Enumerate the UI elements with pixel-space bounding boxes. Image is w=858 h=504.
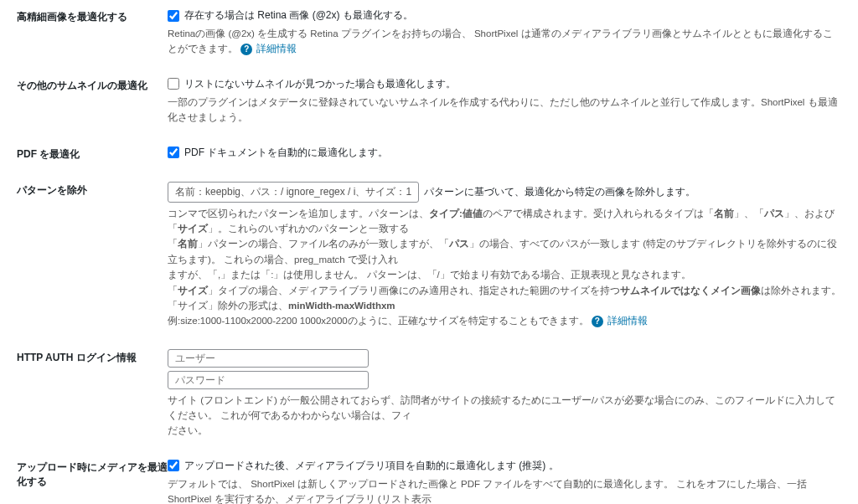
upload-opt-checkbox-wrap[interactable]: アップロードされた後、メディアライブラリ項目を自動的に最適化します (推奨) 。	[168, 459, 841, 473]
exclude-more-link[interactable]: 詳細情報	[607, 316, 648, 326]
pdf-label: PDF を最適化	[17, 146, 168, 162]
other-thumbs-checkbox-wrap[interactable]: リストにないサムネイルが見つかった場合も最適化します。	[168, 77, 841, 91]
retina-more-link[interactable]: 詳細情報	[256, 44, 297, 54]
upload-opt-checkbox[interactable]	[168, 460, 179, 471]
http-auth-label: HTTP AUTH ログイン情報	[17, 349, 168, 365]
pdf-checkbox-text: PDF ドキュメントを自動的に最適化します。	[184, 146, 388, 160]
upload-opt-desc: デフォルトでは、 ShortPixel は新しくアップロードされた画像と PDF…	[168, 479, 807, 504]
pdf-checkbox-wrap[interactable]: PDF ドキュメントを自動的に最適化します。	[168, 146, 841, 160]
other-thumbs-checkbox[interactable]	[168, 78, 179, 90]
upload-opt-label: アップロード時にメディアを最適化する	[17, 459, 168, 489]
info-icon: ?	[592, 316, 603, 327]
upload-opt-checkbox-text: アップロードされた後、メディアライブラリ項目を自動的に最適化します (推奨) 。	[184, 459, 559, 473]
exclude-inline-desc: パターンに基づいて、最適化から特定の画像を除外します。	[424, 185, 695, 199]
pdf-checkbox[interactable]	[168, 147, 179, 158]
retina-checkbox[interactable]	[168, 10, 179, 22]
retina-label: 高精細画像を最適化する	[17, 8, 168, 24]
retina-checkbox-wrap[interactable]: 存在する場合は Retina 画像 (@2x) も最適化する。	[168, 8, 841, 23]
http-auth-desc: サイト (フロントエンド) が一般公開されておらず、訪問者がサイトの接続するため…	[168, 395, 835, 420]
http-auth-user-input[interactable]	[168, 349, 369, 368]
other-thumbs-label: その他のサムネイルの最適化	[17, 77, 168, 93]
http-auth-pass-input[interactable]	[168, 371, 369, 389]
info-icon: ?	[240, 44, 252, 55]
other-thumbs-desc: 一部のプラグインはメタデータに登録されていないサムネイルを作成する代わりに、ただ…	[168, 95, 841, 126]
exclude-pattern-input[interactable]: 名前：keepbig、パス：/ ignore_regex / i、サイズ：1	[168, 182, 419, 203]
other-thumbs-checkbox-text: リストにないサムネイルが見つかった場合も最適化します。	[184, 77, 456, 91]
exclude-label: パターンを除外	[17, 182, 168, 198]
retina-checkbox-text: 存在する場合は Retina 画像 (@2x) も最適化する。	[184, 8, 413, 23]
